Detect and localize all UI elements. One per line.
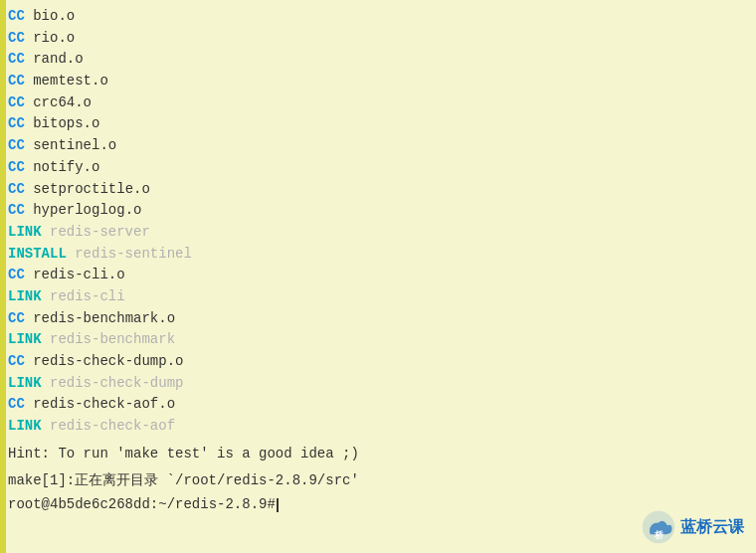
terminal-line: CC rand.o (8, 49, 748, 71)
terminal-line: CC notify.o (8, 157, 748, 179)
cc-keyword: CC (8, 351, 25, 373)
cc-keyword: CC (8, 179, 25, 201)
terminal-line: CC hyperloglog.o (8, 200, 748, 222)
terminal-line: CC crc64.o (8, 92, 748, 114)
brand-text: 蓝桥云课 (680, 515, 744, 540)
cc-keyword: CC (8, 135, 25, 157)
prompt-line: root@4b5de6c268dd:~/redis-2.8.9# (8, 494, 748, 516)
make-exit-line: make[1]:正在离开目录 `/root/redis-2.8.9/src' (8, 470, 748, 492)
svg-text:桥: 桥 (654, 530, 664, 541)
cc-keyword: CC (8, 49, 25, 71)
terminal-line: LINK redis-check-dump (8, 373, 748, 395)
terminal-line: LINK redis-cli (8, 286, 748, 308)
link-keyword: LINK (8, 286, 42, 308)
terminal-line: CC setproctitle.o (8, 179, 748, 201)
terminal-line: CC redis-benchmark.o (8, 308, 748, 330)
terminal-line: CC sentinel.o (8, 135, 748, 157)
cc-keyword: CC (8, 92, 25, 114)
brand-icon: 桥 (641, 509, 676, 545)
terminal-line: CC bitops.o (8, 113, 748, 135)
terminal-line: LINK redis-check-aof (8, 416, 748, 438)
brand-logo: 桥 蓝桥云课 (641, 509, 744, 545)
link-keyword: LINK (8, 373, 42, 395)
terminal-line: CC bio.o (8, 6, 748, 28)
terminal-line: LINK redis-benchmark (8, 329, 748, 351)
cc-keyword: CC (8, 157, 25, 179)
left-bar (0, 0, 6, 553)
terminal-line: LINK redis-server (8, 222, 748, 244)
cc-keyword: CC (8, 71, 25, 92)
cursor (277, 498, 279, 512)
hint-line: Hint: To run 'make test' is a good idea … (8, 444, 748, 465)
cc-keyword: CC (8, 394, 25, 416)
terminal-line: CC memtest.o (8, 71, 748, 92)
cc-keyword: CC (8, 265, 25, 286)
terminal-line: INSTALL redis-sentinel (8, 244, 748, 266)
terminal-line: CC redis-check-dump.o (8, 351, 748, 373)
cc-keyword: CC (8, 200, 25, 222)
cc-keyword: CC (8, 28, 25, 50)
link-keyword: LINK (8, 329, 42, 351)
terminal-line: CC redis-cli.o (8, 265, 748, 286)
terminal-line: CC rio.o (8, 28, 748, 50)
cc-keyword: CC (8, 308, 25, 330)
cc-keyword: CC (8, 6, 25, 28)
install-keyword: INSTALL (8, 244, 67, 266)
terminal: CC bio.oCC rio.oCC rand.oCC memtest.oCC … (0, 0, 756, 553)
cc-keyword: CC (8, 113, 25, 135)
link-keyword: LINK (8, 416, 42, 438)
terminal-line: CC redis-check-aof.o (8, 394, 748, 416)
link-keyword: LINK (8, 222, 42, 244)
hint-text: Hint: To run 'make test' is a good idea … (8, 446, 359, 461)
make-exit-text: make[1]:正在离开目录 `/root/redis-2.8.9/src' (8, 472, 359, 488)
prompt-text: root@4b5de6c268dd:~/redis-2.8.9# (8, 494, 276, 516)
